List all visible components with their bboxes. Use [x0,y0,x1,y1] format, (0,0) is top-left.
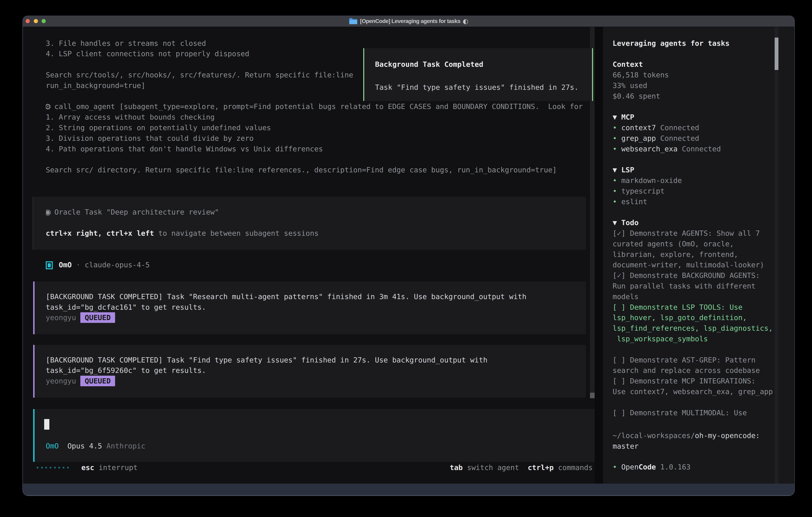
esc-key-hint[interactable]: esc [81,463,94,472]
ctrlp-key-hint[interactable]: ctrl+p [528,463,554,472]
model-name[interactable]: Opus 4.5 [67,442,102,450]
lsp-status-dot: • [613,187,617,195]
chat-line-18: ctrl+x right, ctrl+x left to navigate be… [46,228,586,239]
prompt-input-box[interactable] [35,409,594,462]
agent-name[interactable]: OmO [46,442,59,450]
chat-line-24: [BACKGROUND TASK COMPLETED] Task "Resear… [46,291,586,302]
version-status-dot: • [613,463,617,471]
sidebar-line-28: lsp_workspace_symbols [613,333,790,344]
version-row: • OpenCode 1.0.163 [613,462,691,472]
sidebar-line-17: ▼ Todo [613,217,790,228]
input-status-row: OmO Opus 4.5 Anthropic [46,441,145,451]
lsp-status-dot: • [613,197,617,206]
sidebar-line-24: models [613,291,790,302]
sidebar-line-2: Context [613,59,790,70]
chat-line-32: yeongyu QUEUED [46,376,586,386]
sidebar-line-25: [ ] Demonstrate LSP TOOLS: Use [613,302,790,312]
chat-line-8: 2. String operations on potentially unde… [46,123,586,133]
statusbar-left: esc interrupt [81,462,138,473]
sidebar-line-9: • grep_app Connected [613,133,790,143]
notification-title: Background Task Completed [375,59,483,70]
spinner-dots [37,467,71,468]
mcp-collapse-icon: ▼ [613,113,617,121]
sidebar-line-20: librarian, explore, frontend, [613,249,790,260]
sidebar-line-30: [ ] Demonstrate AST-GREP: Pattern [613,355,790,365]
session-half-icon: ◐ [463,18,468,25]
chat-line-12: Search src/ directory. Return specific f… [46,165,586,175]
input-accent-bar [33,409,35,462]
sidebar-line-10: • websearch_exa Connected [613,143,790,154]
workspace-path: ~/local-workspaces/oh-my-opencode: [613,430,760,441]
chat-line-26: yeongyu QUEUED [46,312,586,323]
window-titlebar: [OpenCode] Leveraging agents for tasks ◐ [22,16,795,27]
background-task-notification[interactable]: Background Task Completed Task "Find typ… [363,48,593,101]
statusbar-right: tab switch agent ctrl+p commands [450,462,592,473]
mcp-status-dot: • [613,145,617,153]
terminal-window: 3. File handles or streams not closed4. … [22,16,795,496]
sidebar-line-19: curated agents (OmO, oracle, [613,239,790,249]
notification-body: Task "Find type safety issues" finished … [375,82,579,92]
sidebar-line-31: search and replace across codebase [613,365,790,376]
sidebar-line-8: • context7 Connected [613,123,790,133]
window-title: [OpenCode] Leveraging agents for tasks [360,18,460,24]
window-bottom-edge [22,484,795,496]
sidebar-line-18: [✓] Demonstrate AGENTS: Show all 7 [613,228,790,239]
queued-badge: QUEUED [80,312,115,323]
sidebar-line-0: Leveraging agents for tasks [613,38,790,49]
chat-line-31: task_id="bg_6f59260c" to get results. [46,365,586,376]
chat-line-25: task_id="bg_dcfac161" to get results. [46,302,586,312]
chat-line-21: OmO · claude-opus-4-5 [46,260,586,270]
tab-key-hint[interactable]: tab [450,463,463,472]
lsp-collapse-icon: ▼ [613,166,617,174]
oracle-task-panel [32,197,586,250]
chat-line-0: 3. File handles or streams not closed [46,38,586,49]
message-accent-bar [33,281,35,334]
chat-line-7: 1. Array access without bounds checking [46,112,586,123]
chat-line-9: 3. Division operations that could divide… [46,133,586,143]
chat-line-10: 4. Path operations that don't handle Win… [46,143,586,154]
lsp-status-dot: • [613,176,617,185]
sidebar-line-15: • eslint [613,196,790,207]
sidebar-line-21: document-writer, multimodal-looker) [613,260,790,270]
sidebar-line-32: [ ] Demonstrate MCP INTEGRATIONS: [613,376,790,386]
todo-collapse-icon: ▼ [613,219,617,227]
sidebar-line-14: • typescript [613,186,790,196]
sidebar-line-13: • markdown-oxide [613,175,790,186]
sidebar-line-33: Use context7, websearch_exa, grep_app [613,386,790,397]
sidebar-line-3: 66,518 tokens [613,70,790,80]
text-cursor [44,419,49,430]
gear-icon: ⚙ [46,101,51,112]
chat-line-6: ⚙ call_omo_agent [subagent_type=explore,… [46,101,586,112]
chat-scrollbar-thumb[interactable] [590,393,594,398]
esc-key-label: interrupt [99,463,138,472]
chat-line-16: ◉ Oracle Task "Deep architecture review" [46,207,586,217]
queued-badge: QUEUED [80,376,115,386]
omo-agent-icon [46,260,59,270]
provider-name: Anthropic [106,442,145,450]
sidebar-line-23: Run parallel tasks with different [613,281,790,291]
sidebar-line-4: 33% used [613,80,790,91]
chat-line-30: [BACKGROUND TASK COMPLETED] Task "Find t… [46,355,586,365]
sidebar-line-27: lsp_find_references, lsp_diagnostics, [613,323,790,333]
message-accent-bar [33,345,35,398]
folder-icon [349,18,358,25]
workspace-branch: master [613,441,639,452]
sidebar-line-22: [✓] Demonstrate BACKGROUND AGENTS: [613,270,790,281]
tab-key-label: switch agent [467,463,519,472]
sidebar-line-5: $0.46 spent [613,91,790,101]
sidebar-line-35: [ ] Demonstrate MULTIMODAL: Use [613,407,790,418]
oracle-task-icon: ◉ [46,207,51,217]
mcp-status-dot: • [613,134,617,142]
ctrlp-key-label: commands [558,463,592,472]
sidebar-line-7: ▼ MCP [613,112,790,123]
sidebar-line-26: lsp_hover, lsp_goto_definition, [613,312,790,323]
mcp-status-dot: • [613,124,617,132]
sidebar-line-12: ▼ LSP [613,165,790,175]
